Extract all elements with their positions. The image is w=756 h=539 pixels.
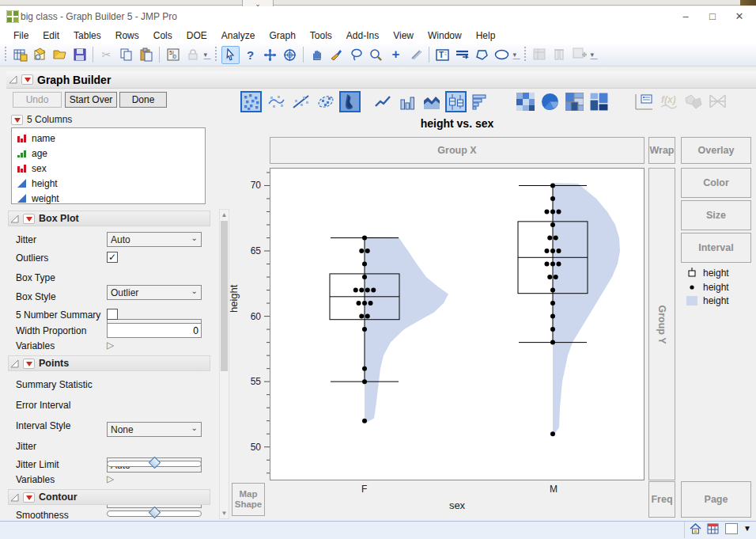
data-point[interactable] <box>369 301 373 306</box>
points-element-icon[interactable] <box>240 91 262 112</box>
brush-tool-icon[interactable] <box>327 46 346 64</box>
data-point[interactable] <box>550 262 555 267</box>
overlay-drop-zone[interactable]: Overlay <box>681 137 751 164</box>
menu-edit[interactable]: Edit <box>36 28 66 43</box>
column-item-height[interactable]: height <box>17 176 205 191</box>
violin-M[interactable] <box>553 183 620 436</box>
copy-icon[interactable] <box>117 46 135 64</box>
data-table-icon[interactable] <box>707 522 720 534</box>
status-dropdown-icon[interactable]: ▼ <box>743 524 751 533</box>
data-point[interactable] <box>357 301 361 306</box>
red-triangle-menu-icon[interactable] <box>21 74 33 85</box>
data-point[interactable] <box>550 327 555 332</box>
column-item-sex[interactable]: sex <box>17 161 205 176</box>
line-annotation-icon[interactable] <box>453 46 471 64</box>
data-point[interactable] <box>545 209 550 214</box>
area-element-icon[interactable] <box>421 91 442 112</box>
collapse-icon[interactable] <box>10 493 19 502</box>
data-point[interactable] <box>545 249 550 253</box>
red-triangle-menu-icon[interactable] <box>11 115 23 125</box>
width-proportion-input[interactable] <box>107 323 202 338</box>
new-window-icon[interactable] <box>31 46 49 64</box>
data-point[interactable] <box>362 419 367 423</box>
size-drop-zone[interactable]: Size <box>681 200 751 230</box>
new-data-table-icon[interactable] <box>11 46 29 64</box>
toolbar-overflow-icon[interactable]: ▾— <box>512 46 521 63</box>
menu-graph[interactable]: Graph <box>262 28 302 43</box>
data-point[interactable] <box>545 262 550 267</box>
data-point[interactable] <box>362 262 367 267</box>
home-icon[interactable] <box>690 522 701 534</box>
red-triangle-menu-icon[interactable] <box>23 492 35 503</box>
red-triangle-menu-icon[interactable] <box>23 359 35 369</box>
data-point[interactable] <box>554 236 558 241</box>
menu-doe[interactable]: DOE <box>180 28 214 43</box>
close-button[interactable]: ✕ <box>726 6 753 25</box>
box-plot-element-icon[interactable] <box>445 91 467 112</box>
data-point[interactable] <box>550 301 555 306</box>
heatmap-element-icon[interactable] <box>515 91 536 112</box>
column-item-age[interactable]: age <box>17 146 205 161</box>
data-point[interactable] <box>362 366 367 371</box>
box-plot-section-header[interactable]: Box Plot <box>8 211 210 226</box>
data-point[interactable] <box>550 183 555 188</box>
color-drop-zone[interactable]: Color <box>681 168 751 198</box>
undo-button[interactable]: Undo <box>13 92 62 108</box>
plus-tool-icon[interactable]: + <box>387 46 405 64</box>
variables-disclosure-icon[interactable]: ▷ <box>107 340 114 351</box>
contour-section-header[interactable]: Contour <box>8 489 210 505</box>
data-point[interactable] <box>365 288 370 293</box>
outliers-checkbox[interactable]: ✓ <box>107 252 118 263</box>
panel-scrollbar[interactable]: ▲ ▼ <box>219 209 229 519</box>
data-point[interactable] <box>362 236 367 241</box>
freq-drop-zone[interactable]: Freq <box>648 481 675 518</box>
data-point[interactable] <box>550 196 555 201</box>
scrollbar-thumb[interactable] <box>221 221 228 371</box>
line-of-fit-element-icon[interactable] <box>290 91 312 112</box>
data-point[interactable] <box>365 249 370 253</box>
open-icon[interactable] <box>51 46 69 64</box>
crosshair-tool-icon[interactable] <box>261 46 279 64</box>
data-point[interactable] <box>359 288 364 293</box>
red-triangle-menu-icon[interactable] <box>23 214 35 224</box>
y-axis[interactable]: 5055606570 <box>234 169 270 480</box>
data-point[interactable] <box>557 262 561 267</box>
interval-drop-zone[interactable]: Interval <box>681 233 751 263</box>
five-number-summary-checkbox[interactable] <box>107 309 118 320</box>
collapse-icon[interactable] <box>9 75 17 84</box>
help-tool-icon[interactable]: ? <box>241 46 259 64</box>
violin-F[interactable] <box>365 237 448 423</box>
magnifier-tool-icon[interactable] <box>367 46 385 64</box>
bullseye-tool-icon[interactable] <box>281 46 299 64</box>
wrap-drop-zone[interactable]: Wrap <box>648 137 675 164</box>
bar-element-icon[interactable] <box>396 91 418 112</box>
done-button[interactable]: Done <box>119 92 167 108</box>
histogram-element-icon[interactable] <box>470 91 491 112</box>
toolbar-grip[interactable] <box>4 47 8 63</box>
menu-window[interactable]: Window <box>421 28 469 43</box>
lasso-tool-icon[interactable] <box>347 46 365 64</box>
page-drop-zone[interactable]: Page <box>681 481 751 518</box>
ellipse-tool-icon[interactable] <box>493 46 511 64</box>
jitter-limit-slider[interactable] <box>107 457 202 470</box>
data-point[interactable] <box>550 340 555 345</box>
box-type-select[interactable]: Outlier <box>107 285 202 300</box>
data-point[interactable] <box>362 327 367 332</box>
arrow-tool-icon[interactable] <box>221 46 240 64</box>
data-point[interactable] <box>550 314 555 319</box>
paste-icon[interactable] <box>137 46 155 64</box>
data-point[interactable] <box>353 288 358 293</box>
grabber-tool-icon[interactable] <box>308 46 326 64</box>
group-x-drop-zone[interactable]: Group X <box>270 137 644 164</box>
smoother-element-icon[interactable] <box>266 91 287 112</box>
menu-help[interactable]: Help <box>469 28 503 43</box>
column-item-name[interactable]: name <box>17 131 205 146</box>
data-point[interactable] <box>550 209 555 214</box>
scroll-up-icon[interactable]: ▲ <box>220 210 229 220</box>
text-tool-icon[interactable]: T <box>433 46 452 64</box>
jitter-select[interactable]: Auto <box>107 232 202 247</box>
summary-statistic-select[interactable]: None <box>107 422 202 437</box>
start-over-button[interactable]: Start Over <box>65 92 117 108</box>
color-well[interactable] <box>725 523 738 534</box>
map-shape-drop-zone[interactable]: Map Shape <box>232 483 265 516</box>
